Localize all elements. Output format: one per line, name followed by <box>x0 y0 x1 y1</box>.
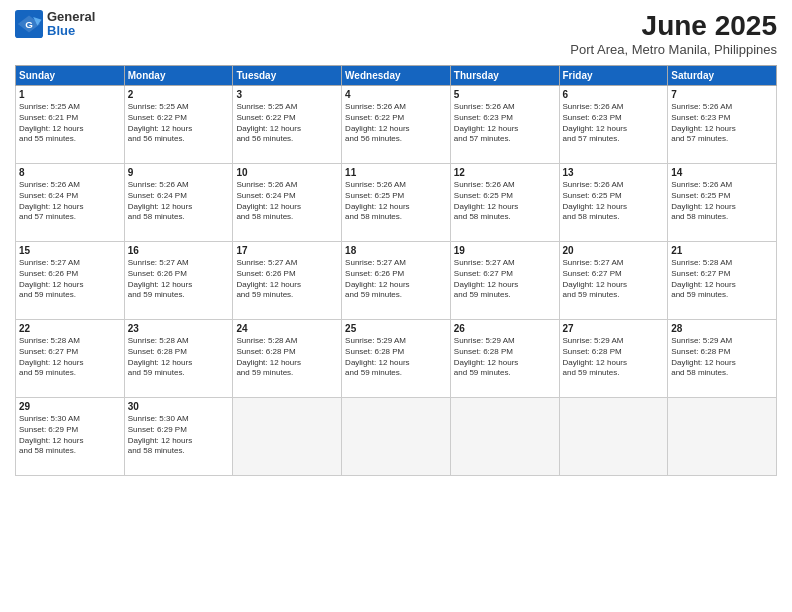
day-info: Sunrise: 5:26 AMSunset: 6:25 PMDaylight:… <box>345 180 447 223</box>
table-row: 27Sunrise: 5:29 AMSunset: 6:28 PMDayligh… <box>559 320 668 398</box>
day-info: Sunrise: 5:27 AMSunset: 6:26 PMDaylight:… <box>345 258 447 301</box>
table-row: 14Sunrise: 5:26 AMSunset: 6:25 PMDayligh… <box>668 164 777 242</box>
day-info: Sunrise: 5:27 AMSunset: 6:27 PMDaylight:… <box>454 258 556 301</box>
day-info: Sunrise: 5:26 AMSunset: 6:22 PMDaylight:… <box>345 102 447 145</box>
logo-blue-text: Blue <box>47 24 95 38</box>
table-row: 7Sunrise: 5:26 AMSunset: 6:23 PMDaylight… <box>668 86 777 164</box>
day-info: Sunrise: 5:28 AMSunset: 6:27 PMDaylight:… <box>19 336 121 379</box>
day-info: Sunrise: 5:26 AMSunset: 6:23 PMDaylight:… <box>671 102 773 145</box>
table-row: 12Sunrise: 5:26 AMSunset: 6:25 PMDayligh… <box>450 164 559 242</box>
header: G General Blue June 2025 Port Area, Metr… <box>15 10 777 57</box>
day-info: Sunrise: 5:26 AMSunset: 6:24 PMDaylight:… <box>19 180 121 223</box>
day-info: Sunrise: 5:27 AMSunset: 6:27 PMDaylight:… <box>563 258 665 301</box>
day-info: Sunrise: 5:29 AMSunset: 6:28 PMDaylight:… <box>671 336 773 379</box>
day-info: Sunrise: 5:26 AMSunset: 6:25 PMDaylight:… <box>563 180 665 223</box>
day-number: 22 <box>19 323 121 334</box>
table-row: 18Sunrise: 5:27 AMSunset: 6:26 PMDayligh… <box>342 242 451 320</box>
day-number: 8 <box>19 167 121 178</box>
day-number: 5 <box>454 89 556 100</box>
page: G General Blue June 2025 Port Area, Metr… <box>0 0 792 612</box>
month-title: June 2025 <box>570 10 777 42</box>
day-info: Sunrise: 5:26 AMSunset: 6:25 PMDaylight:… <box>454 180 556 223</box>
day-number: 7 <box>671 89 773 100</box>
day-info: Sunrise: 5:26 AMSunset: 6:24 PMDaylight:… <box>236 180 338 223</box>
day-info: Sunrise: 5:26 AMSunset: 6:23 PMDaylight:… <box>563 102 665 145</box>
day-number: 16 <box>128 245 230 256</box>
day-number: 4 <box>345 89 447 100</box>
col-thursday: Thursday <box>450 66 559 86</box>
calendar-week-row-3: 15Sunrise: 5:27 AMSunset: 6:26 PMDayligh… <box>16 242 777 320</box>
table-row: 6Sunrise: 5:26 AMSunset: 6:23 PMDaylight… <box>559 86 668 164</box>
calendar-week-row-2: 8Sunrise: 5:26 AMSunset: 6:24 PMDaylight… <box>16 164 777 242</box>
col-monday: Monday <box>124 66 233 86</box>
day-number: 19 <box>454 245 556 256</box>
day-number: 29 <box>19 401 121 412</box>
logo: G General Blue <box>15 10 95 39</box>
table-row: 23Sunrise: 5:28 AMSunset: 6:28 PMDayligh… <box>124 320 233 398</box>
col-saturday: Saturday <box>668 66 777 86</box>
logo-general-text: General <box>47 10 95 24</box>
table-row <box>450 398 559 476</box>
day-info: Sunrise: 5:25 AMSunset: 6:22 PMDaylight:… <box>236 102 338 145</box>
day-info: Sunrise: 5:28 AMSunset: 6:27 PMDaylight:… <box>671 258 773 301</box>
day-info: Sunrise: 5:30 AMSunset: 6:29 PMDaylight:… <box>128 414 230 457</box>
table-row: 4Sunrise: 5:26 AMSunset: 6:22 PMDaylight… <box>342 86 451 164</box>
calendar-week-row-4: 22Sunrise: 5:28 AMSunset: 6:27 PMDayligh… <box>16 320 777 398</box>
col-sunday: Sunday <box>16 66 125 86</box>
day-number: 17 <box>236 245 338 256</box>
day-number: 26 <box>454 323 556 334</box>
table-row: 9Sunrise: 5:26 AMSunset: 6:24 PMDaylight… <box>124 164 233 242</box>
calendar-week-row-1: 1Sunrise: 5:25 AMSunset: 6:21 PMDaylight… <box>16 86 777 164</box>
day-info: Sunrise: 5:25 AMSunset: 6:21 PMDaylight:… <box>19 102 121 145</box>
day-info: Sunrise: 5:29 AMSunset: 6:28 PMDaylight:… <box>345 336 447 379</box>
calendar-header-row: Sunday Monday Tuesday Wednesday Thursday… <box>16 66 777 86</box>
table-row: 3Sunrise: 5:25 AMSunset: 6:22 PMDaylight… <box>233 86 342 164</box>
day-info: Sunrise: 5:30 AMSunset: 6:29 PMDaylight:… <box>19 414 121 457</box>
day-info: Sunrise: 5:28 AMSunset: 6:28 PMDaylight:… <box>236 336 338 379</box>
table-row: 30Sunrise: 5:30 AMSunset: 6:29 PMDayligh… <box>124 398 233 476</box>
day-number: 28 <box>671 323 773 334</box>
table-row: 25Sunrise: 5:29 AMSunset: 6:28 PMDayligh… <box>342 320 451 398</box>
day-number: 23 <box>128 323 230 334</box>
day-number: 2 <box>128 89 230 100</box>
day-number: 10 <box>236 167 338 178</box>
table-row: 13Sunrise: 5:26 AMSunset: 6:25 PMDayligh… <box>559 164 668 242</box>
calendar-table: Sunday Monday Tuesday Wednesday Thursday… <box>15 65 777 476</box>
table-row: 1Sunrise: 5:25 AMSunset: 6:21 PMDaylight… <box>16 86 125 164</box>
day-number: 24 <box>236 323 338 334</box>
day-info: Sunrise: 5:27 AMSunset: 6:26 PMDaylight:… <box>19 258 121 301</box>
day-number: 30 <box>128 401 230 412</box>
calendar-week-row-5: 29Sunrise: 5:30 AMSunset: 6:29 PMDayligh… <box>16 398 777 476</box>
table-row <box>559 398 668 476</box>
day-number: 1 <box>19 89 121 100</box>
day-info: Sunrise: 5:27 AMSunset: 6:26 PMDaylight:… <box>236 258 338 301</box>
table-row: 26Sunrise: 5:29 AMSunset: 6:28 PMDayligh… <box>450 320 559 398</box>
table-row: 24Sunrise: 5:28 AMSunset: 6:28 PMDayligh… <box>233 320 342 398</box>
svg-text:G: G <box>25 19 33 30</box>
table-row: 15Sunrise: 5:27 AMSunset: 6:26 PMDayligh… <box>16 242 125 320</box>
day-info: Sunrise: 5:26 AMSunset: 6:23 PMDaylight:… <box>454 102 556 145</box>
day-number: 21 <box>671 245 773 256</box>
table-row: 21Sunrise: 5:28 AMSunset: 6:27 PMDayligh… <box>668 242 777 320</box>
day-info: Sunrise: 5:29 AMSunset: 6:28 PMDaylight:… <box>454 336 556 379</box>
table-row: 2Sunrise: 5:25 AMSunset: 6:22 PMDaylight… <box>124 86 233 164</box>
table-row: 16Sunrise: 5:27 AMSunset: 6:26 PMDayligh… <box>124 242 233 320</box>
col-wednesday: Wednesday <box>342 66 451 86</box>
day-number: 15 <box>19 245 121 256</box>
col-tuesday: Tuesday <box>233 66 342 86</box>
table-row: 17Sunrise: 5:27 AMSunset: 6:26 PMDayligh… <box>233 242 342 320</box>
table-row: 11Sunrise: 5:26 AMSunset: 6:25 PMDayligh… <box>342 164 451 242</box>
day-number: 18 <box>345 245 447 256</box>
day-number: 12 <box>454 167 556 178</box>
table-row: 5Sunrise: 5:26 AMSunset: 6:23 PMDaylight… <box>450 86 559 164</box>
table-row: 28Sunrise: 5:29 AMSunset: 6:28 PMDayligh… <box>668 320 777 398</box>
day-number: 20 <box>563 245 665 256</box>
day-number: 27 <box>563 323 665 334</box>
table-row: 22Sunrise: 5:28 AMSunset: 6:27 PMDayligh… <box>16 320 125 398</box>
day-number: 25 <box>345 323 447 334</box>
table-row <box>668 398 777 476</box>
table-row <box>342 398 451 476</box>
table-row: 19Sunrise: 5:27 AMSunset: 6:27 PMDayligh… <box>450 242 559 320</box>
day-info: Sunrise: 5:26 AMSunset: 6:24 PMDaylight:… <box>128 180 230 223</box>
day-number: 14 <box>671 167 773 178</box>
